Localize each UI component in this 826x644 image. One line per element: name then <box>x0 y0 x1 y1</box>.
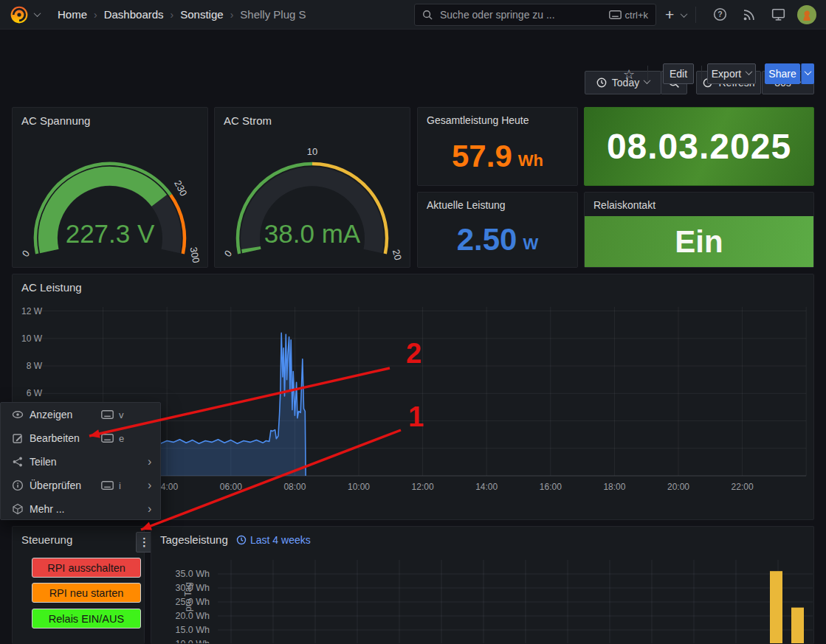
export-button[interactable]: Export <box>707 63 756 84</box>
y-axis-tick-label: 12 W <box>21 306 43 316</box>
y-axis-title: pro Tag <box>183 582 193 612</box>
shortcut-hint: i <box>101 480 121 491</box>
steuerung-button-0[interactable]: RPI ausschalten <box>32 558 141 578</box>
y-axis-tick-label: 8 W <box>27 361 43 371</box>
gauge-tick-label: 20 <box>390 248 404 261</box>
grafana-logo[interactable] <box>10 5 29 24</box>
relay-state-value: Ein <box>585 216 813 267</box>
panel-gesamtleistung: Gesamtleistung Heute 57.9 Wh <box>417 107 578 186</box>
gauge-tick-label: 0 <box>20 248 32 259</box>
breadcrumb-dashboards[interactable]: Dashboards <box>104 8 164 21</box>
monitor-icon[interactable] <box>771 7 785 21</box>
panel-relaiskontakt: Relaiskontakt Ein <box>584 192 814 268</box>
chevron-right-icon: › <box>148 503 151 515</box>
current-gauge: 0102038.0 mA <box>215 108 410 267</box>
menu-item-bearbeiten[interactable]: Bearbeiten e <box>1 426 160 450</box>
panel-title: AC Leistung <box>21 281 82 294</box>
panel-title: AC Spannung <box>21 114 90 127</box>
breadcrumb-separator: › <box>230 9 234 21</box>
voltage-gauge: 0230300227.3 V <box>13 108 207 267</box>
panel-context-menu: Anzeigen v Bearbeiten e Teilen › Überprü… <box>0 402 161 520</box>
breadcrumb-separator: › <box>94 9 97 21</box>
help-icon[interactable]: ? <box>713 7 727 21</box>
shortcut-hint: v <box>101 409 124 420</box>
chevron-right-icon: › <box>148 479 151 491</box>
x-axis-tick-label: 12:00 <box>412 482 434 492</box>
panel-datum: 08.03.2025 <box>584 107 814 186</box>
panel-title: Steuerung <box>21 533 72 546</box>
avatar[interactable] <box>797 5 816 24</box>
gauge-fill <box>251 248 252 251</box>
x-axis-tick-label: 06:00 <box>220 482 242 492</box>
y-axis-tick-label: 35.0 Wh <box>175 569 210 579</box>
cube-icon <box>12 503 24 515</box>
divider <box>695 7 696 23</box>
clock-icon <box>596 77 607 88</box>
svg-text:?: ? <box>717 10 722 18</box>
panel-title: Aktuelle Leistung <box>427 199 506 211</box>
gauge-tick-label: 10 <box>307 146 317 157</box>
menu-item-mehr[interactable]: Mehr ... › <box>1 497 160 521</box>
star-icon[interactable]: ☆ <box>623 66 635 83</box>
panel-title: Gesamtleistung Heute <box>427 114 529 126</box>
chevron-right-icon: › <box>148 456 151 468</box>
menu-item-ueberpruefen[interactable]: Überprüfen i › <box>1 474 160 497</box>
keyboard-icon <box>101 410 114 419</box>
panel-ac-spannung: AC Spannung 0230300227.3 V <box>12 107 208 268</box>
breadcrumb-folder[interactable]: Sonstige <box>180 8 223 21</box>
edit-button[interactable]: Edit <box>663 63 694 84</box>
search-input[interactable] <box>438 8 609 21</box>
info-icon <box>12 479 24 491</box>
panel-steuerung: Steuerung ⋮ RPI ausschalten RPI neu star… <box>12 526 145 644</box>
divider <box>647 66 648 82</box>
panel-tagesleistung: Tagesleistung Last 4 weeks pro Tag 35.0 … <box>151 526 814 644</box>
share-button[interactable]: Share <box>765 63 800 84</box>
chevron-down-icon[interactable] <box>34 10 41 17</box>
dashboard-toolbar: ☆ Edit Export Share <box>0 30 826 59</box>
x-axis-tick-label: 10:00 <box>348 482 370 492</box>
news-rss-icon[interactable] <box>743 8 756 21</box>
gauge-value: 227.3 V <box>66 219 155 248</box>
clock-icon <box>236 535 247 545</box>
search-input-wrap[interactable]: ctrl+k <box>414 4 656 26</box>
menu-item-anzeigen[interactable]: Anzeigen v <box>1 403 160 426</box>
breadcrumb-separator: › <box>171 9 174 21</box>
time-shift-link[interactable]: Last 4 weeks <box>236 534 311 546</box>
y-axis-tick-label: 10.0 Wh <box>175 639 210 643</box>
breadcrumb-current: Shelly Plug S <box>240 8 306 21</box>
x-axis-tick-label: 16:00 <box>540 482 562 492</box>
current-power-unit: W <box>523 236 538 252</box>
edit-icon <box>12 432 24 444</box>
y-axis-tick-label: 20.0 Wh <box>175 611 210 621</box>
menu-item-teilen[interactable]: Teilen › <box>1 450 160 474</box>
panel-ac-strom: AC Strom 0102038.0 mA <box>214 107 410 268</box>
total-energy-value: 57.9 <box>452 141 512 172</box>
x-axis-tick-label: 22:00 <box>732 482 754 492</box>
add-icon[interactable]: + <box>665 6 674 24</box>
x-axis-tick-label: 14:00 <box>475 482 498 492</box>
date-value: 08.03.2025 <box>585 108 813 185</box>
bar <box>770 571 782 643</box>
chevron-down-icon <box>746 68 753 75</box>
breadcrumb-home[interactable]: Home <box>58 8 87 21</box>
gauge-tick-label: 0 <box>222 248 234 259</box>
panel-title: Relaiskontakt <box>593 199 655 211</box>
panel-title: Tagesleistung <box>160 533 228 546</box>
steuerung-button-1[interactable]: RPI neu starten <box>32 583 141 603</box>
chevron-down-icon[interactable] <box>681 10 688 18</box>
steuerung-button-2[interactable]: Relais EIN/AUS <box>32 609 141 629</box>
bar <box>791 608 804 643</box>
breadcrumb: Home › Dashboards › Sonstige › Shelly Pl… <box>58 8 306 21</box>
share-menu-button[interactable] <box>801 63 814 84</box>
keyboard-icon <box>609 10 622 19</box>
x-axis-tick-label: 20:00 <box>667 482 689 492</box>
shortcut-hint: e <box>101 433 124 444</box>
panel-title: AC Strom <box>224 114 272 127</box>
x-axis-tick-label: 18:00 <box>603 482 625 492</box>
y-axis-tick-label: 15.0 Wh <box>175 625 210 635</box>
search-shortcut: ctrl+k <box>609 10 648 21</box>
share-icon <box>12 456 24 468</box>
y-axis-tick-label: 10 W <box>21 333 43 344</box>
chevron-down-icon <box>804 68 811 75</box>
current-power-value: 2.50 <box>457 224 517 255</box>
